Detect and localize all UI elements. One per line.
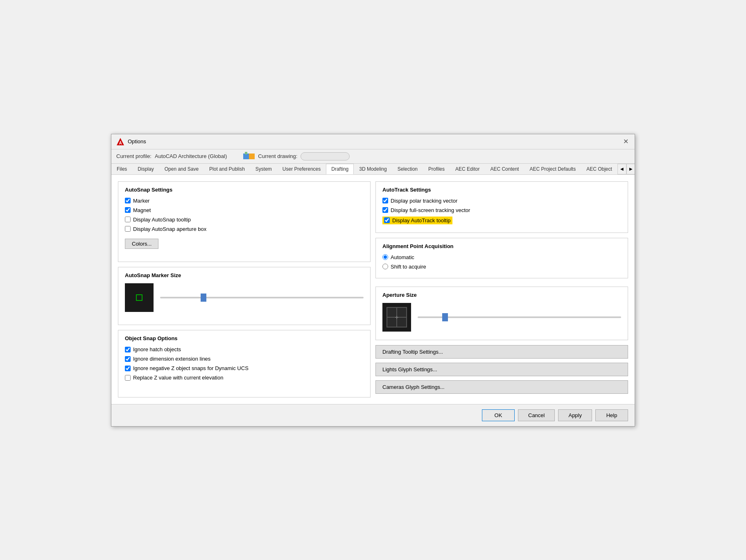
marker-size-content	[125, 283, 364, 312]
marker-row: Marker	[125, 198, 364, 204]
display-polar-checkbox[interactable]	[382, 198, 388, 203]
tab-open-save[interactable]: Open and Save	[159, 164, 204, 174]
replace-z-checkbox[interactable]	[125, 375, 131, 381]
bottom-bar: OK Cancel Apply Help	[111, 404, 635, 426]
ignore-negative-z-row: Ignore negative Z object snaps for Dynam…	[125, 365, 364, 371]
ignore-hatch-row: Ignore hatch objects	[125, 346, 364, 352]
tabs-bar: Files Display Open and Save Plot and Pub…	[111, 164, 635, 175]
ok-button[interactable]: OK	[482, 409, 515, 421]
svg-rect-3	[249, 154, 255, 159]
replace-z-row: Replace Z value with current elevation	[125, 375, 364, 381]
svg-rect-4	[245, 152, 247, 154]
autosnap-section: AutoSnap Settings Marker Magnet Display …	[118, 181, 371, 262]
shift-acquire-label[interactable]: Shift to acquire	[391, 264, 426, 270]
tab-drafting[interactable]: Drafting	[326, 164, 354, 174]
ignore-dimension-checkbox[interactable]	[125, 356, 131, 362]
ignore-negative-z-label[interactable]: Ignore negative Z object snaps for Dynam…	[133, 365, 249, 371]
automatic-row: Automatic	[382, 254, 621, 260]
display-fullscreen-checkbox[interactable]	[382, 207, 388, 213]
drawing-icon	[243, 152, 255, 161]
display-aperture-label[interactable]: Display AutoSnap aperture box	[133, 226, 206, 232]
tab-3d-modeling[interactable]: 3D Modeling	[354, 164, 392, 174]
title-bar-left: A Options	[116, 138, 146, 146]
aperture-size-section: Aperture Size ✛	[375, 287, 628, 340]
help-button[interactable]: Help	[595, 409, 628, 421]
shift-acquire-radio[interactable]	[382, 264, 388, 269]
display-fullscreen-row: Display full-screen tracking vector	[382, 207, 621, 213]
window-title: Options	[128, 138, 146, 145]
cancel-button[interactable]: Cancel	[518, 409, 555, 421]
autosnap-title: AutoSnap Settings	[125, 187, 364, 193]
tab-display[interactable]: Display	[132, 164, 159, 174]
right-panel: AutoTrack Settings Display polar trackin…	[375, 181, 628, 397]
display-tooltip-checkbox[interactable]	[125, 217, 131, 222]
display-autotrack-checkbox[interactable]	[384, 217, 390, 223]
content-area: AutoSnap Settings Marker Magnet Display …	[111, 175, 635, 404]
ignore-negative-z-checkbox[interactable]	[125, 366, 131, 371]
tab-aec-object[interactable]: AEC Object	[581, 164, 617, 174]
lights-glyph-settings-button[interactable]: Lights Glyph Settings...	[375, 363, 628, 376]
tab-system[interactable]: System	[250, 164, 277, 174]
autotrack-title: AutoTrack Settings	[382, 187, 621, 193]
autotrack-section: AutoTrack Settings Display polar trackin…	[375, 181, 628, 233]
autosnap-marker-size-section: AutoSnap Marker Size	[118, 267, 371, 325]
magnet-label[interactable]: Magnet	[133, 207, 151, 213]
tab-user-pref[interactable]: User Preferences	[277, 164, 326, 174]
left-panel: AutoSnap Settings Marker Magnet Display …	[118, 181, 371, 397]
close-button[interactable]: ✕	[622, 138, 630, 146]
marker-label[interactable]: Marker	[133, 198, 149, 204]
svg-text:A: A	[119, 141, 122, 145]
aperture-size-slider-track	[418, 316, 621, 318]
apply-button[interactable]: Apply	[558, 409, 592, 421]
tab-nav-prev[interactable]: ◀	[617, 164, 626, 174]
automatic-label[interactable]: Automatic	[391, 254, 414, 260]
tab-aec-editor[interactable]: AEC Editor	[450, 164, 485, 174]
tab-profiles[interactable]: Profiles	[423, 164, 450, 174]
alignment-point-section: Alignment Point Acquisition Automatic Sh…	[375, 238, 628, 278]
svg-rect-2	[243, 154, 249, 159]
colors-button[interactable]: Colors...	[125, 239, 158, 249]
display-aperture-row: Display AutoSnap aperture box	[125, 226, 364, 232]
aperture-size-content: ✛	[382, 303, 621, 332]
display-polar-label[interactable]: Display polar tracking vector	[391, 198, 457, 204]
ignore-hatch-label[interactable]: Ignore hatch objects	[133, 346, 181, 352]
cameras-glyph-settings-button[interactable]: Cameras Glyph Settings...	[375, 380, 628, 394]
ignore-hatch-checkbox[interactable]	[125, 347, 131, 352]
automatic-radio[interactable]	[382, 254, 388, 260]
current-drawing-label: Current drawing:	[258, 153, 297, 159]
aperture-cell-tl	[387, 307, 397, 317]
replace-z-label[interactable]: Replace Z value with current elevation	[133, 375, 223, 381]
tab-plot-publish[interactable]: Plot and Publish	[204, 164, 250, 174]
current-drawing-item: Current drawing:	[243, 152, 350, 161]
tab-selection[interactable]: Selection	[392, 164, 423, 174]
display-aperture-checkbox[interactable]	[125, 226, 131, 232]
magnet-checkbox[interactable]	[125, 207, 131, 213]
ignore-dimension-label[interactable]: Ignore dimension extension lines	[133, 356, 210, 362]
tab-aec-content[interactable]: AEC Content	[485, 164, 524, 174]
tab-files[interactable]: Files	[111, 164, 132, 174]
drafting-tooltip-settings-button[interactable]: Drafting Tooltip Settings...	[375, 345, 628, 359]
aperture-cell-bl	[387, 317, 397, 327]
display-tooltip-label[interactable]: Display AutoSnap tooltip	[133, 217, 191, 223]
current-profile-item: Current profile: AutoCAD Architecture (G…	[116, 153, 227, 159]
aperture-size-slider-thumb[interactable]	[442, 313, 448, 321]
marker-preview	[125, 283, 154, 312]
tab-aec-project[interactable]: AEC Project Defaults	[524, 164, 581, 174]
marker-size-slider-thumb[interactable]	[201, 294, 206, 302]
current-profile-value: AutoCAD Architecture (Global)	[155, 153, 227, 159]
marker-checkbox[interactable]	[125, 198, 131, 203]
current-profile-label: Current profile:	[116, 153, 151, 159]
alignment-point-title: Alignment Point Acquisition	[382, 243, 621, 249]
action-buttons-group: Drafting Tooltip Settings... Lights Glyp…	[375, 345, 628, 397]
marker-square-icon	[136, 294, 142, 301]
ignore-dimension-row: Ignore dimension extension lines	[125, 356, 364, 362]
shift-to-acquire-row: Shift to acquire	[382, 264, 621, 270]
object-snap-title: Object Snap Options	[125, 335, 364, 341]
app-icon: A	[116, 138, 124, 146]
profile-bar: Current profile: AutoCAD Architecture (G…	[111, 149, 635, 164]
aperture-size-title: Aperture Size	[382, 292, 621, 298]
display-fullscreen-label[interactable]: Display full-screen tracking vector	[391, 207, 470, 213]
tab-nav-next[interactable]: ▶	[626, 164, 635, 174]
aperture-cell-tr	[397, 307, 407, 317]
display-autotrack-label[interactable]: Display AutoTrack tooltip	[392, 217, 451, 224]
